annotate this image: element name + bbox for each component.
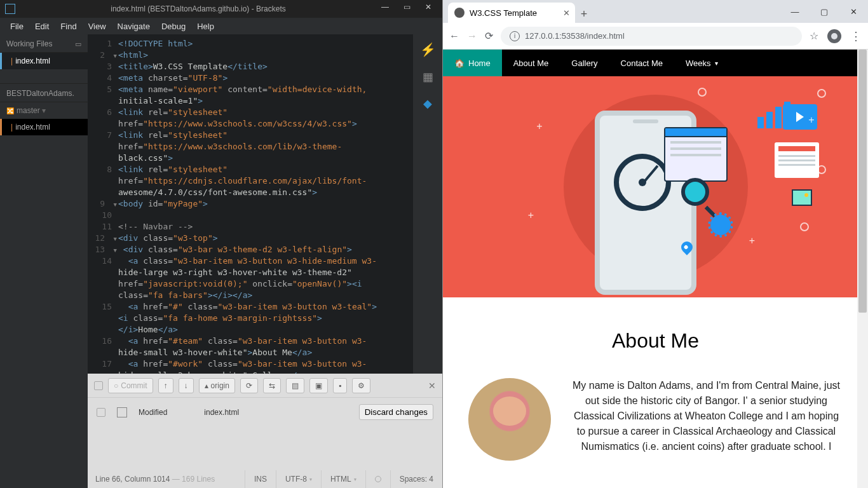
file-status: Modified — [139, 408, 167, 417]
profile-photo — [468, 378, 551, 461]
project-name: BESTDaltonAdams. — [6, 89, 74, 98]
nav-weeks[interactable]: Weeks ▾ — [674, 50, 729, 76]
working-files-header[interactable]: Working Files ▭ — [0, 34, 88, 53]
new-tab-button[interactable]: + — [575, 5, 593, 23]
site-navbar: 🏠Home About Me Gallery Contact Me Weeks … — [443, 50, 868, 76]
nav-about[interactable]: About Me — [502, 50, 560, 76]
git-file-row[interactable]: Modified index.html Discard changes — [88, 398, 442, 426]
magnifier-icon — [681, 178, 709, 206]
commit-button[interactable]: ○ Commit — [108, 378, 153, 393]
gear-icon — [710, 215, 731, 235]
working-file-item[interactable]: |index.html — [0, 53, 88, 69]
encoding[interactable]: UTF-8▾ — [276, 470, 321, 488]
tab-strip: W3.CSS Template ✕ + — ▢ ✕ — [443, 0, 868, 23]
main-menu: File Edit Find View Navigate Debug Help — [0, 18, 442, 34]
site-info-icon[interactable]: i — [510, 31, 520, 41]
git-terminal-button[interactable]: ▣ — [309, 378, 328, 393]
git-branch[interactable]: master ▾ — [0, 102, 88, 119]
image-icon — [792, 189, 812, 206]
close-button[interactable]: ✕ — [419, 3, 437, 15]
about-section: About Me My name is Dalton Adams, and I'… — [443, 297, 868, 473]
extension-manager-icon[interactable]: ▦ — [423, 70, 433, 84]
git-panel-close-button[interactable]: ✕ — [428, 381, 436, 391]
sidebar: Working Files ▭ |index.html BESTDaltonAd… — [0, 34, 88, 470]
chrome-menu-button[interactable]: ⋮ — [850, 29, 862, 43]
menu-find[interactable]: Find — [60, 22, 76, 31]
right-toolbar: ⚡ ▦ ◆ — [413, 34, 442, 374]
chrome-window: W3.CSS Template ✕ + — ▢ ✕ ← → ⟳ i 127.0.… — [442, 0, 868, 488]
menu-edit[interactable]: Edit — [35, 22, 49, 31]
git-fetch-button[interactable]: ⟳ — [240, 378, 258, 393]
git-push-button[interactable]: ↑ — [158, 378, 173, 393]
extract-icon[interactable]: ◆ — [423, 97, 432, 111]
profile-button[interactable] — [827, 29, 841, 43]
menu-help[interactable]: Help — [197, 22, 214, 31]
code-content[interactable]: <!DOCTYPE html><html><title>W3.CSS Templ… — [118, 34, 413, 374]
git-panel: ○ Commit ↑ ↓ ▴ origin ⟳ ⇆ ▤ ▣ ▪ ⚙ ✕ Modi… — [88, 374, 442, 470]
project-file-item[interactable]: |index.html — [0, 119, 88, 135]
nav-contact[interactable]: Contact Me — [609, 50, 674, 76]
about-heading: About Me — [456, 329, 855, 353]
discard-changes-button[interactable]: Discard changes — [359, 404, 433, 420]
minimize-button[interactable]: — — [376, 3, 394, 15]
forward-button[interactable]: → — [467, 30, 477, 42]
live-preview-icon[interactable]: ⚡ — [420, 42, 436, 57]
menu-file[interactable]: File — [10, 22, 24, 31]
cursor-position[interactable]: Line 66, Column 1014 — 169 Lines — [88, 475, 222, 484]
file-name: index.html — [204, 408, 239, 417]
git-pull-button[interactable]: ↓ — [179, 378, 194, 393]
browser-maximize-button[interactable]: ▢ — [810, 0, 839, 23]
text-card-icon — [775, 142, 819, 178]
hero-banner: + + + + — [443, 76, 868, 297]
insert-mode[interactable]: INS — [245, 470, 276, 488]
git-console-button[interactable]: ▪ — [333, 378, 347, 393]
lint-status[interactable] — [365, 470, 390, 488]
language-mode[interactable]: HTML▾ — [321, 470, 365, 488]
git-history-button[interactable]: ▤ — [286, 378, 304, 393]
back-button[interactable]: ← — [449, 30, 459, 42]
menu-navigate[interactable]: Navigate — [118, 22, 150, 31]
tab-title: W3.CSS Template — [470, 8, 537, 18]
nav-home[interactable]: 🏠Home — [443, 50, 502, 76]
file-checkbox[interactable] — [97, 408, 105, 417]
home-icon: 🏠 — [454, 58, 465, 68]
git-refresh-button[interactable]: ⇆ — [263, 378, 281, 393]
code-editor[interactable]: 12 ▼3456789 ▼101112 ▼13 ▼1415161718 <!DO… — [88, 34, 413, 374]
tab-close-button[interactable]: ✕ — [563, 8, 570, 18]
status-bar: Line 66, Column 1014 — 169 Lines INS UTF… — [0, 470, 442, 488]
reload-button[interactable]: ⟳ — [485, 30, 493, 42]
brackets-window: index.html (BESTDaltonAdams.github.io) -… — [0, 0, 442, 488]
project-header[interactable]: BESTDaltonAdams. — [0, 83, 88, 102]
split-icon[interactable]: ▭ — [75, 40, 81, 48]
indent-setting[interactable]: Spaces: 4 — [390, 470, 442, 488]
project-file-name: index.html — [15, 123, 50, 132]
bookmark-button[interactable]: ☆ — [810, 30, 818, 42]
about-text: My name is Dalton Adams, and I'm from Ce… — [570, 378, 843, 454]
menu-debug[interactable]: Debug — [161, 22, 186, 31]
browser-tab[interactable]: W3.CSS Template ✕ — [448, 3, 575, 23]
page-scrollbar[interactable] — [857, 50, 868, 488]
maximize-button[interactable]: ▭ — [398, 3, 416, 15]
window-title: index.html (BESTDaltonAdams.github.io) -… — [20, 4, 376, 13]
diff-icon[interactable] — [117, 407, 127, 417]
favicon-icon — [454, 8, 465, 18]
line-gutter: 12 ▼3456789 ▼101112 ▼13 ▼1415161718 — [88, 34, 118, 374]
window-illustration — [664, 127, 728, 182]
git-settings-button[interactable]: ⚙ — [352, 378, 370, 393]
git-origin-button[interactable]: ▴ origin — [199, 378, 235, 393]
editor-titlebar[interactable]: index.html (BESTDaltonAdams.github.io) -… — [0, 0, 442, 18]
browser-close-button[interactable]: ✕ — [839, 0, 868, 23]
browser-minimize-button[interactable]: — — [780, 0, 810, 23]
brackets-logo-icon — [5, 4, 15, 14]
menu-view[interactable]: View — [88, 22, 106, 31]
caret-down-icon: ▾ — [715, 60, 718, 67]
page-content: 🏠Home About Me Gallery Contact Me Weeks … — [443, 50, 868, 488]
url-text: 127.0.0.1:53538/index.html — [525, 31, 625, 41]
select-all-checkbox[interactable] — [94, 381, 103, 390]
nav-gallery[interactable]: Gallery — [560, 50, 609, 76]
address-bar[interactable]: i 127.0.0.1:53538/index.html — [501, 27, 802, 46]
git-toolbar: ○ Commit ↑ ↓ ▴ origin ⟳ ⇆ ▤ ▣ ▪ ⚙ ✕ — [88, 374, 442, 398]
toolbar: ← → ⟳ i 127.0.0.1:53538/index.html ☆ ⋮ — [443, 23, 868, 50]
working-files-label: Working Files — [6, 39, 52, 48]
working-file-name: index.html — [15, 57, 50, 65]
